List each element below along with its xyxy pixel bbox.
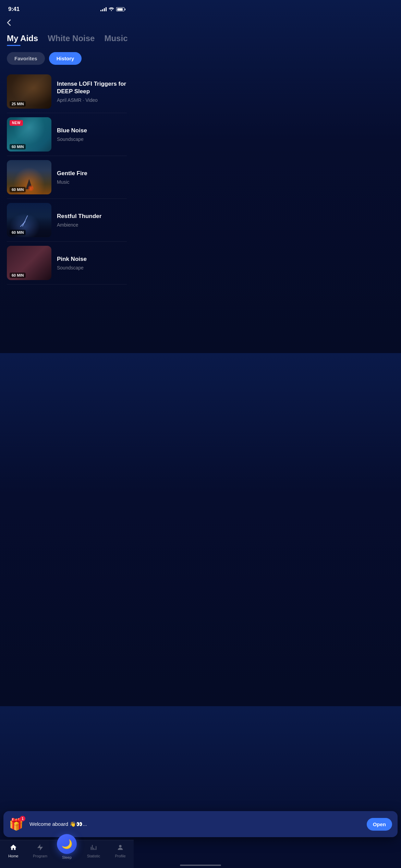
item-subtitle: Ambience — [57, 222, 127, 228]
item-subtitle: Music — [57, 179, 127, 185]
content-list: 25 MIN Intense LOFI Triggers for DEEP Sl… — [0, 70, 134, 285]
item-title: Gentle Fire — [57, 170, 127, 177]
tabs-row: My Aids White Noise Music Premium — [0, 29, 134, 46]
back-button[interactable] — [0, 16, 134, 29]
item-title: Pink Noise — [57, 255, 127, 263]
list-item[interactable]: 60 MIN Restful Thunder Ambience — [7, 199, 127, 242]
list-item[interactable]: NEW 60 MIN Blue Noise Soundscape — [7, 113, 127, 156]
wifi-icon — [109, 7, 114, 12]
signal-icon — [100, 7, 107, 11]
status-icons — [100, 7, 125, 12]
item-text: Gentle Fire Music — [57, 170, 127, 185]
item-thumbnail: 25 MIN — [7, 74, 51, 109]
battery-icon — [116, 7, 125, 11]
list-item[interactable]: 60 MIN Pink Noise Soundscape — [7, 242, 127, 285]
item-thumbnail: 60 MIN — [7, 246, 51, 280]
list-item[interactable]: 25 MIN Intense LOFI Triggers for DEEP Sl… — [7, 70, 127, 113]
status-time: 9:41 — [8, 6, 20, 13]
duration-label: 60 MIN — [10, 144, 26, 149]
item-thumbnail: 60 MIN — [7, 160, 51, 194]
duration-label: 60 MIN — [10, 273, 26, 278]
item-thumbnail: NEW 60 MIN — [7, 117, 51, 152]
item-subtitle: April ASMR · Video — [57, 97, 127, 103]
duration-label: 60 MIN — [10, 230, 26, 235]
new-badge: NEW — [10, 120, 23, 126]
duration-label: 60 MIN — [10, 187, 26, 192]
item-subtitle: Soundscape — [57, 136, 127, 142]
filter-favorites[interactable]: Favorites — [7, 52, 45, 65]
tab-white-noise[interactable]: White Noise — [48, 34, 95, 46]
tab-my-aids[interactable]: My Aids — [7, 34, 38, 46]
content-scroll-area: 25 MIN Intense LOFI Triggers for DEEP Sl… — [0, 70, 134, 353]
list-item[interactable]: 60 MIN Gentle Fire Music — [7, 156, 127, 199]
tab-music[interactable]: Music — [104, 34, 127, 46]
item-subtitle: Soundscape — [57, 265, 127, 270]
status-bar: 9:41 — [0, 0, 134, 16]
item-text: Restful Thunder Ambience — [57, 213, 127, 228]
item-text: Intense LOFI Triggers for DEEP Sleep Apr… — [57, 80, 127, 103]
item-title: Restful Thunder — [57, 213, 127, 220]
item-thumbnail: 60 MIN — [7, 203, 51, 237]
duration-label: 25 MIN — [10, 101, 26, 107]
filter-history[interactable]: History — [49, 52, 82, 65]
item-title: Blue Noise — [57, 127, 127, 134]
item-title: Intense LOFI Triggers for DEEP Sleep — [57, 80, 127, 95]
item-text: Pink Noise Soundscape — [57, 255, 127, 270]
filter-row: Favorites History — [0, 46, 134, 70]
item-text: Blue Noise Soundscape — [57, 127, 127, 142]
